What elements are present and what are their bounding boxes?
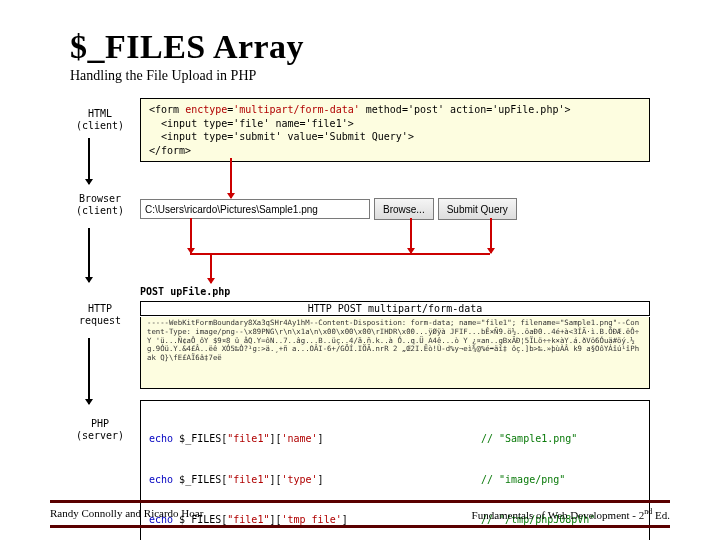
t: enctype	[185, 104, 227, 115]
post-line: POST POST upFile.phpupFile.php	[140, 286, 230, 297]
stage-sub: (client)	[70, 120, 130, 132]
red-arrow-a	[190, 218, 192, 253]
slide-subtitle: Handling the File Upload in PHP	[70, 68, 670, 84]
footer: Randy Connolly and Ricardo Hoar Fundamen…	[50, 500, 670, 528]
t: <form	[149, 104, 185, 115]
browser-upload-ui: C:\Users\ricardo\Pictures\Sample1.png Br…	[140, 198, 517, 220]
stage-title: Browser	[70, 193, 130, 205]
stage-http: HTTP request	[70, 303, 130, 327]
t: 'multipart/form-data'	[233, 104, 359, 115]
t: <input type='file' name='file1'>	[149, 118, 354, 129]
fr-a: Fundamentals of Web Development - 2	[472, 509, 645, 521]
arrow-html-browser	[88, 138, 90, 184]
submit-button[interactable]: Submit Query	[438, 198, 517, 220]
arrow-browser-http	[88, 228, 90, 282]
stage-title: HTTP	[70, 303, 130, 315]
browse-button[interactable]: Browse...	[374, 198, 434, 220]
t: <input type='submit' value='Submit Query…	[149, 131, 414, 142]
red-arrow-b	[410, 218, 412, 253]
stage-html: HTML (client)	[70, 108, 130, 132]
t: method='post' action='upFile.php'>	[360, 104, 571, 115]
stage-title: PHP	[70, 418, 130, 430]
html-code-box: <form enctype='multipart/form-data' meth…	[140, 98, 650, 162]
stage-sub: (server)	[70, 430, 130, 442]
file-path-input[interactable]: C:\Users\ricardo\Pictures\Sample1.png	[140, 199, 370, 219]
fr-b: Ed.	[652, 509, 670, 521]
c: // "image/png"	[481, 473, 641, 487]
red-arrow-down	[210, 253, 212, 283]
arrow-http-php	[88, 338, 90, 404]
flow-diagram: HTML (client) <form enctype='multipart/f…	[70, 98, 660, 488]
t: </form>	[149, 145, 191, 156]
red-arrow-c	[490, 218, 492, 253]
footer-left: Randy Connolly and Ricardo Hoar	[50, 507, 203, 521]
red-horiz	[190, 253, 490, 255]
red-arrow-form	[230, 158, 232, 198]
stage-php: PHP (server)	[70, 418, 130, 442]
stage-browser: Browser (client)	[70, 193, 130, 217]
footer-right: Fundamentals of Web Development - 2nd Ed…	[472, 507, 670, 521]
stage-title: HTML	[70, 108, 130, 120]
c: // "Sample1.png"	[481, 432, 641, 446]
stage-sub: request	[70, 315, 130, 327]
http-header-box: HTTP POST multipart/form-data	[140, 301, 650, 316]
slide-title: $_FILES Array	[70, 28, 670, 66]
stage-sub: (client)	[70, 205, 130, 217]
http-body-box: -----WebKitFormBoundary8Xa3qSHr4Ay1hM--C…	[140, 317, 650, 389]
multipart-label: HTTP POST multipart/form-data	[308, 303, 483, 314]
